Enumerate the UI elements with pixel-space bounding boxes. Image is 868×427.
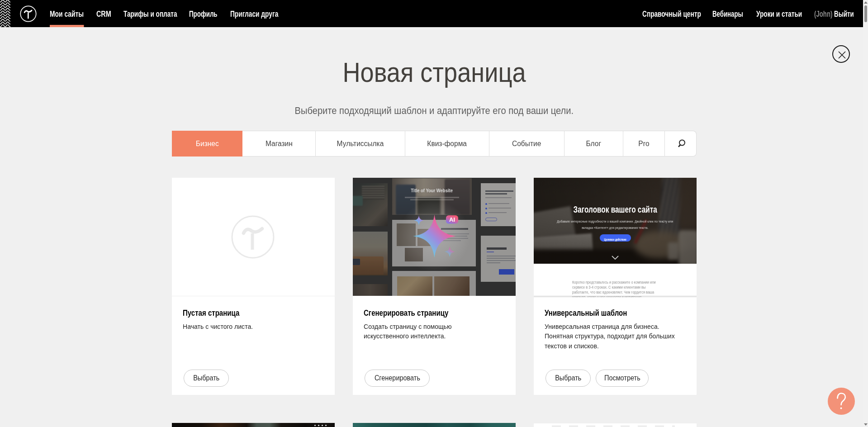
svg-text:AI: AI <box>449 216 455 223</box>
